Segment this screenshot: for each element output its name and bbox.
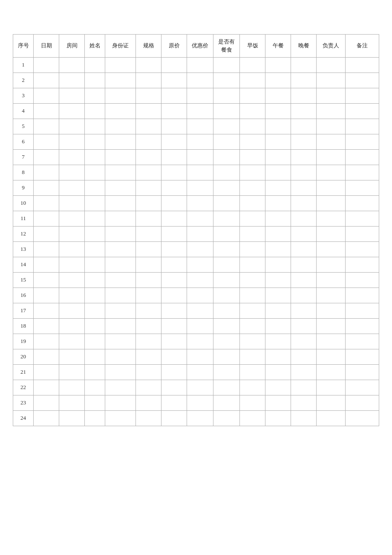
cell-resp [317,165,346,180]
cell-resp [317,319,346,334]
cell-seq: 3 [13,88,34,104]
cell-spec [136,180,161,196]
cell-disc [187,134,213,150]
cell-note [346,227,379,242]
cell-spec [136,211,161,227]
cell-meal [213,58,240,73]
table-row: 6 [13,134,379,150]
cell-lunch [265,73,291,88]
cell-date [34,303,59,319]
cell-spec [136,242,161,257]
cell-name [85,104,105,119]
cell-date [34,119,59,134]
cell-name [85,227,105,242]
cell-bfast [240,196,265,211]
cell-id [105,88,136,104]
cell-resp [317,73,346,88]
cell-id [105,227,136,242]
cell-note [346,288,379,303]
cell-meal [213,134,240,150]
cell-date [34,349,59,365]
cell-date [34,227,59,242]
cell-spec [136,365,161,380]
cell-disc [187,88,213,104]
cell-disc [187,288,213,303]
cell-name [85,242,105,257]
cell-note [346,211,379,227]
cell-dinner [291,257,317,273]
cell-spec [136,395,161,411]
cell-resp [317,411,346,426]
main-table: 序号日期房间姓名身份证规格原价优惠价是否有餐食早饭午餐晚餐负责人备注 12345… [13,34,379,426]
cell-seq: 13 [13,242,34,257]
cell-lunch [265,242,291,257]
cell-meal [213,319,240,334]
cell-resp [317,227,346,242]
cell-note [346,150,379,165]
cell-seq: 21 [13,365,34,380]
cell-seq: 20 [13,349,34,365]
cell-room [59,411,85,426]
table-row: 16 [13,288,379,303]
cell-dinner [291,150,317,165]
cell-spec [136,227,161,242]
cell-room [59,365,85,380]
cell-note [346,380,379,395]
cell-meal [213,73,240,88]
cell-room [59,134,85,150]
cell-spec [136,349,161,365]
cell-lunch [265,380,291,395]
cell-seq: 8 [13,165,34,180]
table-row: 23 [13,395,379,411]
header-spec: 规格 [136,35,161,58]
cell-dinner [291,288,317,303]
cell-id [105,288,136,303]
cell-resp [317,273,346,288]
cell-bfast [240,211,265,227]
cell-seq: 23 [13,395,34,411]
cell-price [161,196,187,211]
cell-name [85,165,105,180]
table-row: 4 [13,104,379,119]
cell-meal [213,150,240,165]
cell-resp [317,134,346,150]
cell-bfast [240,365,265,380]
cell-room [59,349,85,365]
cell-lunch [265,349,291,365]
cell-lunch [265,227,291,242]
cell-price [161,257,187,273]
cell-bfast [240,180,265,196]
cell-note [346,119,379,134]
cell-price [161,349,187,365]
cell-dinner [291,395,317,411]
cell-spec [136,411,161,426]
cell-note [346,58,379,73]
cell-bfast [240,303,265,319]
cell-disc [187,303,213,319]
cell-dinner [291,227,317,242]
cell-disc [187,150,213,165]
header-bfast: 早饭 [240,35,265,58]
cell-date [34,273,59,288]
header-seq: 序号 [13,35,34,58]
page-container: 序号日期房间姓名身份证规格原价优惠价是否有餐食早饭午餐晚餐负责人备注 12345… [0,0,392,555]
cell-meal [213,273,240,288]
table-row: 22 [13,380,379,395]
cell-date [34,395,59,411]
cell-seq: 10 [13,196,34,211]
cell-price [161,242,187,257]
table-row: 21 [13,365,379,380]
cell-date [34,334,59,349]
cell-lunch [265,134,291,150]
cell-id [105,180,136,196]
cell-name [85,134,105,150]
cell-lunch [265,165,291,180]
cell-id [105,73,136,88]
cell-dinner [291,349,317,365]
cell-dinner [291,165,317,180]
cell-disc [187,257,213,273]
cell-date [34,165,59,180]
cell-note [346,165,379,180]
cell-seq: 24 [13,411,34,426]
cell-price [161,380,187,395]
